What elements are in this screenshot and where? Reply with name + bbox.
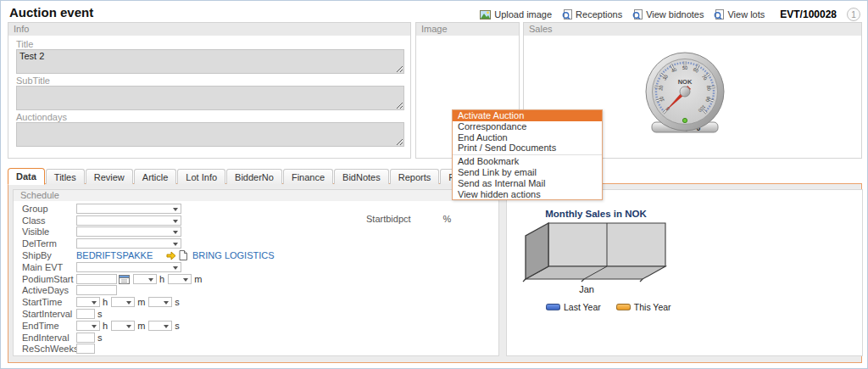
activedays-input[interactable] (76, 285, 117, 295)
monthly-sales-panel: Monthly Sales in NOK Jan Last Year (506, 189, 863, 356)
tab-reports[interactable]: Reports (390, 169, 440, 184)
upload-image-label: Upload image (494, 9, 552, 20)
starttime-second-select[interactable] (148, 297, 172, 307)
preview-icon (714, 9, 724, 20)
second-unit: s (175, 297, 180, 307)
starttime-label: StartTime (22, 297, 76, 307)
preview-icon (632, 9, 643, 20)
gauge-status-dot (682, 118, 687, 122)
class-select[interactable] (76, 215, 181, 226)
podiumstart-date-input[interactable] (76, 274, 117, 284)
endinterval-label: EndInterval (22, 333, 76, 343)
reschweeks-input[interactable] (76, 344, 95, 354)
menu-separator (453, 154, 602, 155)
tab-bidderno[interactable]: BidderNo (226, 169, 282, 184)
activedays-label: ActiveDays (22, 285, 76, 295)
view-bidnotes-label: View bidnotes (646, 9, 704, 20)
shipby-secondary-link[interactable]: BRING LOGISTICS (192, 250, 275, 260)
minute-unit: m (137, 321, 145, 331)
title-field-label: Title (16, 39, 403, 49)
shipby-primary-link[interactable]: BEDRIFTSPAKKE (76, 250, 166, 260)
podiumstart-hour-select[interactable] (133, 274, 157, 284)
delterm-select[interactable] (76, 238, 181, 249)
goto-arrow-icon[interactable] (166, 251, 176, 260)
podiumstart-label: PodiumStart (22, 274, 76, 284)
startbidpct-label: Startbidpct (366, 214, 411, 224)
title-textarea[interactable]: Test 2 (16, 49, 404, 74)
endtime-minute-select[interactable] (111, 321, 135, 331)
tab-data[interactable]: Data (8, 168, 45, 185)
count-badge[interactable]: 1 (847, 8, 860, 21)
startinterval-input[interactable] (76, 309, 95, 319)
second-unit: s (97, 309, 103, 319)
image-icon (480, 10, 491, 20)
info-panel-header: Info (8, 23, 410, 36)
hour-unit: h (103, 321, 108, 331)
upload-image-button[interactable]: Upload image (480, 9, 552, 20)
endtime-second-select[interactable] (148, 321, 172, 331)
header-toolbar: Upload image Receptions View bidnotes Vi… (480, 8, 860, 21)
legend-label-last-year: Last Year (564, 302, 601, 312)
subtitle-textarea[interactable] (16, 86, 404, 110)
mainevt-select[interactable] (76, 262, 181, 272)
auctiondays-textarea[interactable] (16, 122, 404, 147)
receptions-button[interactable]: Receptions (562, 9, 622, 20)
actions-context-menu: Activate Auction Correspondance End Auct… (452, 109, 603, 200)
event-code: EVT/100028 (780, 8, 837, 20)
visible-label: Visible (22, 226, 76, 237)
group-select[interactable] (76, 204, 181, 214)
gauge-unit-label: NOK (678, 78, 693, 86)
menu-item-view-hidden-actions[interactable]: View hidden actions (453, 189, 602, 200)
document-icon[interactable] (179, 250, 187, 260)
data-tab-content: Schedule Group Class Visible DelTerm Shi… (8, 183, 862, 363)
tab-titles[interactable]: Titles (46, 169, 85, 184)
starttime-minute-select[interactable] (111, 297, 135, 307)
minute-unit: m (137, 297, 145, 307)
menu-item-send-as-internal-mail[interactable]: Send as Internal Mail (453, 178, 602, 189)
endtime-hour-select[interactable] (76, 321, 100, 331)
schedule-panel-header: Schedule (14, 190, 498, 201)
legend-swatch-last-year (546, 304, 560, 310)
view-lots-button[interactable]: View lots (714, 9, 765, 20)
bar-chart-3d-frame (519, 216, 680, 292)
class-label: Class (22, 215, 76, 226)
gauge-hub (680, 87, 690, 97)
second-unit: s (175, 321, 180, 331)
hour-unit: h (103, 297, 108, 307)
view-bidnotes-button[interactable]: View bidnotes (632, 9, 704, 20)
menu-item-add-bookmark[interactable]: Add Bookmark (453, 156, 602, 167)
view-lots-label: View lots (727, 9, 765, 20)
reschweeks-label: ReSchWeeks (22, 344, 76, 354)
auctiondays-field-label: Auctiondays (16, 112, 403, 122)
tab-article[interactable]: Article (134, 169, 177, 184)
menu-item-send-link-by-email[interactable]: Send Link by email (453, 167, 602, 178)
second-unit: s (97, 333, 103, 343)
hour-unit: h (159, 274, 164, 284)
chart-legend: Last Year This Year (546, 302, 671, 312)
menu-item-print-send-documents[interactable]: Print / Send Documents (453, 143, 602, 154)
info-panel: Info Title Test 2 SubTitle Auctiondays (8, 22, 411, 159)
subtitle-field-label: SubTitle (16, 75, 403, 86)
starttime-hour-select[interactable] (76, 297, 100, 307)
menu-item-activate-auction[interactable]: Activate Auction (453, 110, 602, 121)
sales-panel-header: Sales (524, 23, 861, 36)
sales-gauge: 0 (638, 48, 732, 136)
endinterval-input[interactable] (76, 333, 95, 343)
mainevt-label: Main EVT (22, 262, 76, 272)
tab-review[interactable]: Review (86, 169, 133, 184)
calendar-icon[interactable] (119, 274, 130, 284)
tab-finance[interactable]: Finance (283, 169, 333, 184)
menu-item-end-auction[interactable]: End Auction (453, 132, 602, 143)
chart-category-label: Jan (565, 284, 608, 294)
image-panel-header: Image (416, 23, 519, 36)
svg-text:50: 50 (682, 65, 687, 70)
visible-select[interactable] (76, 226, 181, 237)
receptions-label: Receptions (576, 9, 622, 20)
legend-swatch-this-year (616, 304, 631, 310)
svg-text:80: 80 (706, 85, 712, 91)
tab-bidnotes[interactable]: BidNotes (334, 169, 389, 184)
podiumstart-minute-select[interactable] (168, 274, 192, 284)
menu-item-correspondance[interactable]: Correspondance (453, 121, 602, 132)
tab-lot-info[interactable]: Lot Info (177, 169, 225, 184)
preview-icon (562, 9, 572, 20)
